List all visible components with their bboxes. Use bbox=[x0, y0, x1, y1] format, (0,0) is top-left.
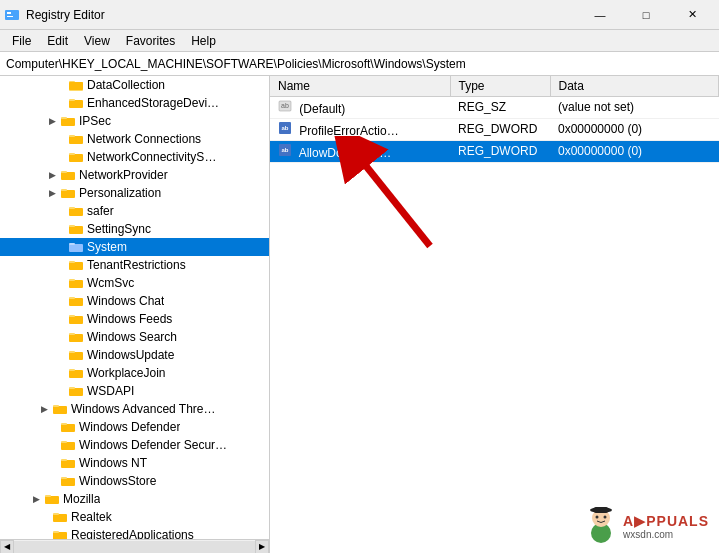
folder-icon bbox=[68, 384, 84, 398]
menu-favorites[interactable]: Favorites bbox=[118, 32, 183, 50]
svg-rect-52 bbox=[53, 514, 67, 522]
tree-label: Windows Feeds bbox=[87, 312, 172, 326]
tree-item-windowsdefendersecur[interactable]: Windows Defender Secur… bbox=[0, 436, 269, 454]
folder-icon bbox=[60, 456, 76, 470]
tree-item-realtek[interactable]: Realtek bbox=[0, 508, 269, 526]
svg-rect-37 bbox=[69, 369, 75, 371]
tree-item-datacollection[interactable]: DataCollection bbox=[0, 76, 269, 94]
table-row[interactable]: ab (Default) REG_SZ (value not set) bbox=[270, 96, 719, 118]
tree-item-networkconnectivitys[interactable]: NetworkConnectivityS… bbox=[0, 148, 269, 166]
expand-icon: ▶ bbox=[44, 113, 60, 129]
expand-icon bbox=[44, 419, 60, 435]
tree-label: RegisteredApplications bbox=[71, 528, 194, 539]
tree-label: DataCollection bbox=[87, 78, 165, 92]
tree-item-windowsfeeds[interactable]: Windows Feeds bbox=[0, 310, 269, 328]
table-row[interactable]: ab ProfileErrorActio… REG_DWORD 0x000000… bbox=[270, 118, 719, 140]
col-data[interactable]: Data bbox=[550, 76, 719, 96]
tree-item-enhancedstorage[interactable]: EnhancedStorageDevi… bbox=[0, 94, 269, 112]
tree-item-windowsupdate[interactable]: WindowsUpdate bbox=[0, 346, 269, 364]
expand-icon: ▶ bbox=[28, 491, 44, 507]
tree-item-settingsync[interactable]: SettingSync bbox=[0, 220, 269, 238]
scroll-right-button[interactable]: ▶ bbox=[255, 540, 269, 554]
svg-rect-27 bbox=[69, 279, 75, 281]
tree-item-tenantrestrictions[interactable]: TenantRestrictions bbox=[0, 256, 269, 274]
svg-rect-11 bbox=[69, 135, 75, 137]
col-name[interactable]: Name bbox=[270, 76, 450, 96]
svg-rect-6 bbox=[69, 100, 83, 108]
tree-label: Personalization bbox=[79, 186, 161, 200]
svg-rect-30 bbox=[69, 316, 83, 324]
expand-icon bbox=[52, 221, 68, 237]
tree-item-windowsnt[interactable]: Windows NT bbox=[0, 454, 269, 472]
col-type[interactable]: Type bbox=[450, 76, 550, 96]
tree-item-safer[interactable]: safer bbox=[0, 202, 269, 220]
folder-icon bbox=[60, 474, 76, 488]
menu-edit[interactable]: Edit bbox=[39, 32, 76, 50]
svg-rect-23 bbox=[69, 243, 75, 245]
title-bar: Registry Editor — □ ✕ bbox=[0, 0, 719, 30]
menu-file[interactable]: File bbox=[4, 32, 39, 50]
tree-item-wcmsvc[interactable]: WcmSvc bbox=[0, 274, 269, 292]
tree-item-networkconnections[interactable]: Network Connections bbox=[0, 130, 269, 148]
tree-item-windowsadvanced[interactable]: ▶ Windows Advanced Thre… bbox=[0, 400, 269, 418]
right-panel: Name Type Data ab (Default) REG_SZ (valu… bbox=[270, 76, 719, 553]
svg-rect-21 bbox=[69, 225, 75, 227]
tree-label: Windows Search bbox=[87, 330, 177, 344]
svg-rect-1 bbox=[7, 12, 11, 14]
tree-item-windowsstore[interactable]: WindowsStore bbox=[0, 472, 269, 490]
tree-label: NetworkProvider bbox=[79, 168, 168, 182]
reg-type: REG_DWORD bbox=[450, 140, 550, 162]
folder-icon bbox=[68, 150, 84, 164]
tree-item-wsdapi[interactable]: WSDAPI bbox=[0, 382, 269, 400]
address-bar: Computer\HKEY_LOCAL_MACHINE\SOFTWARE\Pol… bbox=[0, 52, 719, 76]
tree-label: IPSec bbox=[79, 114, 111, 128]
svg-rect-15 bbox=[61, 171, 67, 173]
tree-item-registeredapps[interactable]: RegisteredApplications bbox=[0, 526, 269, 539]
maximize-button[interactable]: □ bbox=[623, 0, 669, 30]
close-button[interactable]: ✕ bbox=[669, 0, 715, 30]
tree-label: Mozilla bbox=[63, 492, 100, 506]
folder-icon bbox=[68, 276, 84, 290]
tree-item-windowssearch[interactable]: Windows Search bbox=[0, 328, 269, 346]
tree-item-workplacejoin[interactable]: WorkplaceJoin bbox=[0, 364, 269, 382]
menu-help[interactable]: Help bbox=[183, 32, 224, 50]
tree-item-windowschat[interactable]: Windows Chat bbox=[0, 292, 269, 310]
app-icon bbox=[4, 7, 20, 23]
svg-rect-34 bbox=[69, 352, 83, 360]
tree-item-mozilla[interactable]: ▶ Mozilla bbox=[0, 490, 269, 508]
minimize-button[interactable]: — bbox=[577, 0, 623, 30]
expand-icon bbox=[52, 311, 68, 327]
expand-icon bbox=[52, 365, 68, 381]
tree-item-windowsdefender[interactable]: Windows Defender bbox=[0, 418, 269, 436]
folder-icon bbox=[52, 528, 68, 539]
expand-icon bbox=[52, 149, 68, 165]
tree-label: WorkplaceJoin bbox=[87, 366, 165, 380]
tree-label: System bbox=[87, 240, 127, 254]
tree-item-ipsec[interactable]: ▶ IPSec bbox=[0, 112, 269, 130]
expand-icon bbox=[36, 527, 52, 539]
svg-rect-33 bbox=[69, 333, 75, 335]
folder-icon bbox=[68, 366, 84, 380]
watermark-text-group: A▶PPUALS wxsdn.com bbox=[623, 513, 709, 540]
svg-rect-51 bbox=[45, 495, 51, 497]
svg-rect-49 bbox=[61, 477, 67, 479]
tree-item-personalization[interactable]: ▶ Personalization bbox=[0, 184, 269, 202]
tree-label: Network Connections bbox=[87, 132, 201, 146]
expand-icon bbox=[44, 455, 60, 471]
svg-rect-43 bbox=[61, 423, 67, 425]
tree-label: WSDAPI bbox=[87, 384, 134, 398]
tree-label: safer bbox=[87, 204, 114, 218]
table-row[interactable]: ab AllowDomainPl… REG_DWORD 0x00000000 (… bbox=[270, 140, 719, 162]
svg-rect-48 bbox=[61, 478, 75, 486]
scroll-left-button[interactable]: ◀ bbox=[0, 540, 14, 554]
tree-item-networkprovider[interactable]: ▶ NetworkProvider bbox=[0, 166, 269, 184]
svg-rect-20 bbox=[69, 226, 83, 234]
tree-scroll[interactable]: DataCollection EnhancedStorageDevi… ▶ IP… bbox=[0, 76, 269, 539]
svg-rect-14 bbox=[61, 172, 75, 180]
folder-icon bbox=[68, 348, 84, 362]
watermark-figure bbox=[583, 505, 619, 547]
menu-view[interactable]: View bbox=[76, 32, 118, 50]
expand-icon bbox=[52, 95, 68, 111]
tree-item-system[interactable]: System bbox=[0, 238, 269, 256]
svg-text:ab: ab bbox=[281, 102, 289, 109]
